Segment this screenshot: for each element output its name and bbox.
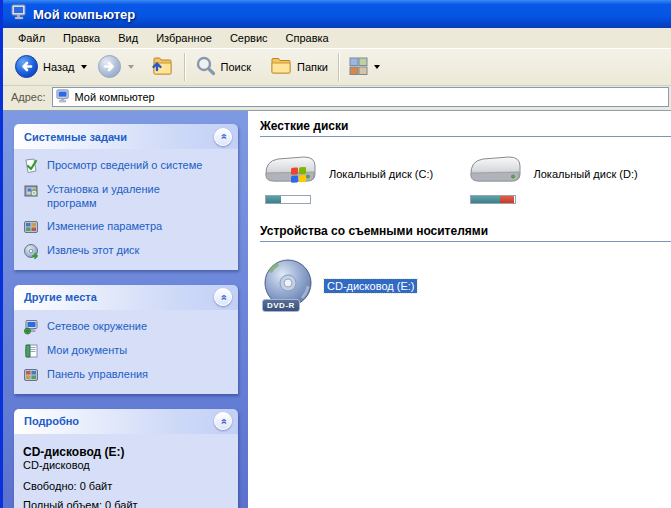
views-button[interactable] [344,55,385,80]
used-space-segment [266,196,281,203]
folders-label: Папки [297,61,328,73]
cd-drive-e-label[interactable]: CD-дисковод (E:) [324,279,417,293]
drive-d-label[interactable]: Локальный диск (D:) [534,168,638,204]
collapse-button[interactable]: » [214,128,232,146]
low-space-segment [500,196,515,203]
menu-file[interactable]: Файл [9,29,54,47]
drive-d-usage-bar [470,195,516,204]
my-computer-icon [56,89,71,105]
cd-drive-visual: DVD-R [262,258,316,314]
drive-d-visual [467,153,525,204]
toolbar-separator [338,53,339,81]
task-label: Сетевое окружение [47,319,147,333]
task-view-system-info[interactable]: Просмотр сведений о системе [23,158,233,174]
network-places-icon [23,319,40,335]
folder-up-icon [148,54,174,80]
other-places-title: Другие места [24,291,97,303]
link-network-places[interactable]: Сетевое окружение [23,319,233,335]
details-panel: Подробно » CD-дисковод (E:) CD-дисковод … [14,409,238,508]
address-value: Мой компьютер [75,91,155,103]
change-setting-icon [23,219,40,235]
cd-drive-e-item[interactable]: DVD-R CD-дисковод (E:) [262,258,417,314]
menu-bar: Файл Правка Вид Избранное Сервис Справка [3,28,671,49]
task-label: Изменение параметра [47,219,162,233]
address-label: Адрес: [11,91,46,103]
removable-row: DVD-R CD-дисковод (E:) [260,242,671,334]
system-tasks-body: Просмотр сведений о системе [14,149,238,270]
folders-button[interactable]: Папки [264,53,333,81]
forward-button[interactable] [92,52,139,83]
chevron-up-icon: » [218,418,229,424]
menu-view[interactable]: Вид [109,29,147,47]
standard-toolbar: Назад [3,49,671,86]
details-item-name: CD-дисковод (E:) [23,445,230,459]
collapse-button[interactable]: » [214,288,232,306]
task-label: Панель управления [47,367,148,381]
menu-help[interactable]: Справка [277,29,338,47]
task-label: Мои документы [47,343,127,357]
drive-c-item[interactable]: Локальный диск (C:) [262,153,467,204]
details-free-space: Свободно: 0 байт [23,480,230,492]
collapse-button[interactable]: » [214,412,232,430]
toolbar-separator [184,53,185,81]
my-documents-icon [23,343,40,359]
title-bar: Мой компьютер [3,0,671,28]
folders-icon [269,55,293,79]
drive-c-usage-bar [265,195,311,204]
hard-disk-icon [262,175,318,192]
menu-favorites[interactable]: Избранное [147,29,221,47]
drive-c-visual [262,153,320,204]
search-label: Поиск [221,61,251,73]
task-change-setting[interactable]: Изменение параметра [23,219,233,235]
task-label: Просмотр сведений о системе [47,158,202,172]
forward-icon [97,54,122,81]
views-icon [349,57,368,78]
details-title: Подробно [24,415,79,427]
group-removable-title: Устройства со съемными носителями [260,224,671,242]
details-body: CD-дисковод (E:) CD-дисковод Свободно: 0… [14,434,238,508]
other-places-header[interactable]: Другие места » [14,285,238,310]
my-computer-icon [11,4,27,24]
other-places-panel: Другие места » [14,285,238,394]
back-button[interactable]: Назад [9,52,92,83]
explorer-body: Системные задачи » Просмотр сведений о с… [3,111,671,508]
search-icon [195,55,217,79]
chevron-up-icon: » [218,294,229,300]
used-space-segment [471,196,500,203]
control-panel-icon [23,367,40,383]
task-label: Извлечь этот диск [47,243,139,257]
chevron-up-icon: » [218,133,229,139]
explorer-window: Мой компьютер Файл Правка Вид Избранное … [0,0,671,508]
search-button[interactable]: Поиск [190,53,256,81]
system-tasks-panel: Системные задачи » Просмотр сведений о с… [14,124,238,270]
window-title: Мой компьютер [33,7,135,22]
task-pane-sidebar: Системные задачи » Просмотр сведений о с… [3,111,248,508]
menu-edit[interactable]: Правка [54,29,109,47]
address-input[interactable]: Мой компьютер [52,87,669,107]
hard-disks-row: Локальный диск (C:) [260,137,671,224]
forward-dropdown-caret [128,65,134,69]
task-eject-disk[interactable]: Извлечь этот диск [23,243,233,259]
menu-tools[interactable]: Сервис [221,29,277,47]
add-remove-programs-icon [23,182,40,198]
dvd-r-badge: DVD-R [262,299,300,312]
link-control-panel[interactable]: Панель управления [23,367,233,383]
address-bar: Адрес: Мой компьютер [3,86,671,111]
file-list-area: Жесткие диски [248,111,671,508]
group-hard-disks-title: Жесткие диски [260,119,671,137]
back-icon [14,54,39,81]
views-dropdown-caret[interactable] [374,65,380,69]
up-button[interactable] [143,52,179,82]
back-dropdown-caret[interactable] [81,65,87,69]
back-label: Назад [43,61,75,73]
drive-d-item[interactable]: Локальный диск (D:) [467,153,671,204]
drive-c-label[interactable]: Локальный диск (C:) [329,168,433,204]
details-header[interactable]: Подробно » [14,409,238,434]
link-my-documents[interactable]: Мои документы [23,343,233,359]
system-tasks-header[interactable]: Системные задачи » [14,124,238,149]
task-label: Установка и удаление программ [47,182,205,211]
system-info-icon [23,158,40,174]
hard-disk-icon [467,175,523,192]
task-add-remove-programs[interactable]: Установка и удаление программ [23,182,233,211]
system-tasks-title: Системные задачи [24,131,127,143]
